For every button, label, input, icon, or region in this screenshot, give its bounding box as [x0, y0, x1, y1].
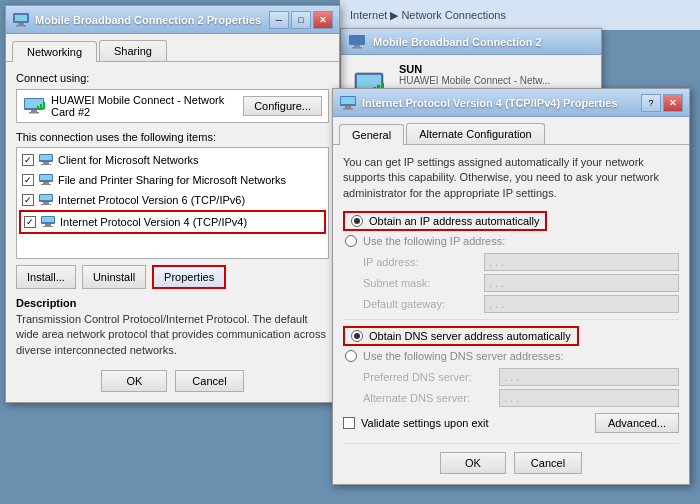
maximize-button[interactable]: □: [291, 11, 311, 29]
svg-rect-12: [18, 23, 24, 25]
svg-rect-35: [45, 224, 51, 226]
main-dialog-title: Mobile Broadband Connection 2 Properties: [35, 14, 269, 26]
tab-bar: Networking Sharing: [6, 34, 339, 62]
ipv4-icon: [40, 214, 56, 230]
dialog-body: Connect using: HUAWEI Mobile Connect - N…: [6, 62, 339, 402]
manual-dns-row[interactable]: Use the following DNS server addresses:: [345, 350, 679, 362]
tab-sharing[interactable]: Sharing: [99, 40, 167, 61]
main-ok-button[interactable]: OK: [101, 370, 167, 392]
divider: [343, 319, 679, 320]
ipv4-tab-bar: General Alternate Configuration: [333, 117, 689, 145]
tab-networking[interactable]: Networking: [12, 41, 97, 62]
checkbox-ipv4[interactable]: ✓: [24, 216, 36, 228]
preferred-dns-input: . . .: [499, 368, 679, 386]
manual-dns-radio[interactable]: [345, 350, 357, 362]
description-section: Description Transmission Control Protoco…: [16, 297, 329, 358]
validate-checkbox[interactable]: [343, 417, 355, 429]
checkbox-filesharing[interactable]: ✓: [22, 174, 34, 186]
preferred-dns-row: Preferred DNS server: . . .: [363, 368, 679, 386]
svg-rect-32: [41, 204, 51, 205]
svg-rect-39: [345, 106, 351, 108]
minimize-button[interactable]: ─: [269, 11, 289, 29]
description-text: Transmission Control Protocol/Internet P…: [16, 312, 329, 358]
dialog-icon: [12, 11, 30, 29]
validate-label: Validate settings upon exit: [361, 417, 489, 429]
ipv4-cancel-button[interactable]: Cancel: [514, 452, 582, 474]
auto-dns-radio[interactable]: [351, 330, 363, 342]
ipv4-title-buttons: ? ✕: [641, 94, 683, 112]
auto-ip-radio[interactable]: [351, 215, 363, 227]
close-button[interactable]: ✕: [313, 11, 333, 29]
network-info-title-bar: Mobile Broadband Connection 2: [341, 29, 601, 55]
items-list: ✓ Client for Microsoft Networks ✓ File a…: [16, 147, 329, 259]
gateway-row: Default gateway: . . .: [363, 295, 679, 313]
svg-rect-0: [349, 35, 365, 45]
ipv4-ok-button[interactable]: OK: [440, 452, 506, 474]
svg-rect-2: [352, 47, 362, 49]
list-item: ✓ File and Printer Sharing for Microsoft…: [19, 170, 326, 190]
ipv4-close-button[interactable]: ✕: [663, 94, 683, 112]
client-icon: [38, 152, 54, 168]
list-item: ✓ Client for Microsoft Networks: [19, 150, 326, 170]
install-button[interactable]: Install...: [16, 265, 76, 289]
svg-rect-16: [31, 110, 37, 112]
subnet-row: Subnet mask: . . .: [363, 274, 679, 292]
breadcrumb: Internet ▶ Network Connections: [340, 0, 700, 30]
tab-alternate-config[interactable]: Alternate Configuration: [406, 123, 545, 144]
svg-rect-20: [43, 102, 45, 109]
svg-rect-27: [43, 182, 49, 184]
alternate-dns-row: Alternate DNS server: . . .: [363, 389, 679, 407]
network-info-details: SUN HUAWEI Mobile Connect - Netw...: [399, 63, 550, 86]
list-item-ipv4: ✓ Internet Protocol Version 4 (TCP/IPv4): [19, 210, 326, 234]
main-properties-dialog: Mobile Broadband Connection 2 Properties…: [5, 5, 340, 403]
svg-rect-19: [40, 104, 42, 109]
main-dialog-title-bar: Mobile Broadband Connection 2 Properties…: [6, 6, 339, 34]
ipv4-dialog-icon: [339, 94, 357, 112]
svg-rect-30: [40, 195, 52, 200]
manual-ip-radio[interactable]: [345, 235, 357, 247]
main-cancel-button[interactable]: Cancel: [175, 370, 243, 392]
connect-using-label: Connect using:: [16, 72, 329, 84]
device-icon: [23, 95, 45, 117]
auto-ip-option[interactable]: Obtain an IP address automatically: [343, 211, 547, 231]
items-list-label: This connection uses the following items…: [16, 131, 329, 143]
manual-ip-row[interactable]: Use the following IP address:: [345, 235, 679, 247]
svg-rect-1: [354, 45, 360, 47]
auto-dns-row: Obtain DNS server address automatically: [343, 326, 679, 346]
svg-rect-38: [341, 97, 355, 104]
svg-rect-36: [43, 226, 53, 227]
configure-button[interactable]: Configure...: [243, 96, 322, 116]
svg-rect-11: [15, 15, 27, 21]
ipv4-title-bar: Internet Protocol Version 4 (TCP/IPv4) P…: [333, 89, 689, 117]
monitor-icon: [347, 32, 367, 52]
action-buttons-row: Install... Uninstall Properties: [16, 265, 329, 289]
svg-rect-17: [29, 112, 39, 114]
svg-rect-34: [42, 217, 54, 222]
checkbox-client[interactable]: ✓: [22, 154, 34, 166]
ip-fields: IP address: . . . Subnet mask: . . . Def…: [363, 253, 679, 313]
checkbox-ipv6[interactable]: ✓: [22, 194, 34, 206]
ipv4-help-button[interactable]: ?: [641, 94, 661, 112]
device-name: HUAWEI Mobile Connect - Network Card #2: [51, 94, 237, 118]
main-ok-cancel: OK Cancel: [16, 370, 329, 392]
alternate-dns-input: . . .: [499, 389, 679, 407]
ipv6-icon: [38, 192, 54, 208]
ip-address-row: IP address: . . .: [363, 253, 679, 271]
filesharing-icon: [38, 172, 54, 188]
dns-fields: Preferred DNS server: . . . Alternate DN…: [363, 368, 679, 407]
ip-address-input: . . .: [484, 253, 679, 271]
tab-general[interactable]: General: [339, 124, 404, 145]
ipv4-content: You can get IP settings assigned automat…: [333, 145, 689, 484]
ipv4-dialog-title: Internet Protocol Version 4 (TCP/IPv4) P…: [362, 97, 641, 109]
properties-button[interactable]: Properties: [152, 265, 226, 289]
description-label: Description: [16, 297, 329, 309]
auto-ip-row: Obtain an IP address automatically: [343, 211, 679, 231]
auto-dns-option[interactable]: Obtain DNS server address automatically: [343, 326, 579, 346]
ipv4-info-text: You can get IP settings assigned automat…: [343, 155, 679, 201]
connect-device-box: HUAWEI Mobile Connect - Network Card #2 …: [16, 89, 329, 123]
svg-rect-22: [40, 155, 52, 160]
uninstall-button[interactable]: Uninstall: [82, 265, 146, 289]
network-info-header: Mobile Broadband Connection 2: [373, 36, 542, 48]
advanced-button[interactable]: Advanced...: [595, 413, 679, 433]
svg-rect-40: [343, 108, 353, 110]
